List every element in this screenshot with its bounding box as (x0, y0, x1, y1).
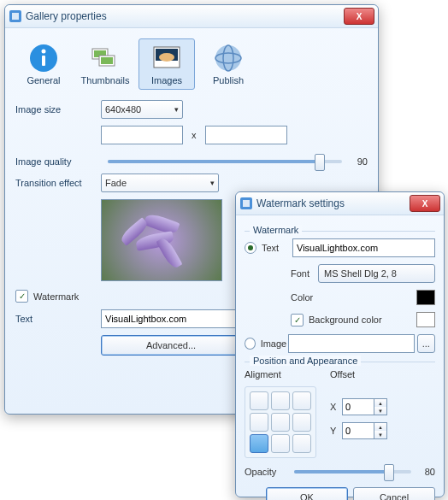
images-icon (150, 43, 184, 74)
image-size-select[interactable]: 640x480 (101, 100, 183, 119)
dim-separator: x (192, 130, 197, 140)
align-br[interactable] (292, 434, 311, 453)
quality-value: 90 (349, 156, 368, 167)
font-label: Font (291, 268, 318, 279)
group-label: Position and Appearance (250, 356, 361, 366)
transition-preview (101, 199, 222, 281)
image-path-input[interactable] (288, 334, 415, 353)
down-icon[interactable]: ▼ (374, 431, 386, 438)
svg-point-12 (215, 45, 241, 71)
transition-label: Transition effect (15, 178, 101, 188)
window-title: Watermark settings (256, 197, 410, 209)
text-radio[interactable] (245, 242, 256, 254)
watermark-label: Watermark (33, 291, 79, 302)
align-mr[interactable] (292, 413, 311, 432)
x-spinner[interactable]: ▲▼ (342, 398, 387, 415)
opacity-slider[interactable] (294, 470, 411, 474)
wm-text-label: Text (15, 314, 101, 324)
tab-label: Publish (213, 75, 244, 85)
window-title: Gallery properties (26, 10, 344, 22)
down-icon[interactable]: ▼ (374, 407, 386, 415)
align-tl[interactable] (250, 391, 268, 410)
transition-select[interactable]: Fade (101, 174, 219, 192)
font-button[interactable]: MS Shell Dlg 2, 8 (318, 264, 435, 283)
alignment-label: Aligment (245, 369, 330, 379)
up-icon[interactable]: ▲ (374, 423, 386, 431)
color-swatch[interactable] (416, 290, 435, 305)
cancel-button[interactable]: Cancel (353, 487, 435, 500)
quality-label: Image quality (15, 156, 101, 167)
x-label: X (330, 402, 342, 412)
close-button[interactable]: X (410, 195, 440, 212)
watermark-checkbox[interactable] (15, 290, 28, 303)
height-input[interactable] (205, 126, 287, 144)
tab-publish[interactable]: Publish (200, 38, 256, 90)
tab-label: Thumbnails (81, 75, 130, 85)
tab-label: General (27, 75, 60, 85)
slider-thumb[interactable] (315, 154, 325, 171)
watermark-group: Watermark Text Font MS Shell Dlg 2, 8 Co… (245, 231, 435, 353)
titlebar[interactable]: Gallery properties X (5, 5, 378, 28)
text-radio-label: Text (262, 243, 292, 253)
align-tc[interactable] (271, 391, 290, 410)
svg-point-4 (42, 50, 46, 54)
tab-images[interactable]: Images (139, 38, 195, 90)
watermark-settings-window: Watermark settings X Watermark Text Font… (235, 191, 445, 497)
app-icon (239, 197, 253, 210)
group-label: Watermark (250, 225, 302, 235)
info-icon (27, 43, 61, 74)
align-bc[interactable] (271, 434, 290, 453)
tab-general[interactable]: General (15, 38, 72, 90)
opacity-label: Opacity (245, 467, 287, 477)
close-button[interactable]: X (344, 8, 374, 25)
tab-thumbnails[interactable]: Thumbnails (77, 38, 133, 90)
image-radio[interactable] (245, 338, 256, 350)
width-input[interactable] (101, 126, 183, 144)
y-spinner[interactable]: ▲▼ (342, 422, 387, 439)
align-bl[interactable] (250, 434, 268, 453)
bg-swatch[interactable] (416, 312, 435, 327)
thumbnails-icon (88, 43, 122, 74)
position-group: Position and Appearance Aligment Offset … (245, 362, 435, 477)
bg-checkbox[interactable] (291, 314, 304, 326)
svg-rect-3 (42, 56, 45, 66)
tab-strip: General Thumbnails Images Publish (15, 38, 368, 90)
align-ml[interactable] (250, 413, 268, 432)
svg-point-11 (159, 53, 174, 62)
titlebar[interactable]: Watermark settings X (236, 192, 444, 215)
color-label: Color (291, 292, 318, 303)
svg-rect-8 (101, 57, 113, 64)
offset-label: Offset (330, 369, 355, 379)
svg-rect-1 (12, 13, 19, 20)
tab-label: Images (151, 75, 182, 85)
image-radio-label: Image (261, 338, 288, 349)
image-size-label: Image size (15, 104, 101, 115)
bg-label: Background color (309, 315, 382, 325)
svg-rect-16 (243, 200, 250, 207)
wm-text-input[interactable] (101, 309, 238, 328)
up-icon[interactable]: ▲ (374, 399, 386, 407)
opacity-value: 80 (418, 467, 435, 477)
app-icon (9, 9, 22, 23)
align-mc[interactable] (271, 413, 290, 432)
quality-slider[interactable] (108, 160, 342, 163)
wm-text-input[interactable] (292, 238, 435, 257)
alignment-grid (245, 386, 316, 458)
advanced-button[interactable]: Advanced... (101, 335, 241, 356)
align-tr[interactable] (292, 391, 311, 410)
y-label: Y (330, 426, 342, 436)
slider-thumb[interactable] (384, 464, 394, 481)
ok-button[interactable]: OK (266, 487, 348, 500)
browse-button[interactable]: ... (417, 334, 435, 353)
publish-icon (211, 43, 245, 74)
